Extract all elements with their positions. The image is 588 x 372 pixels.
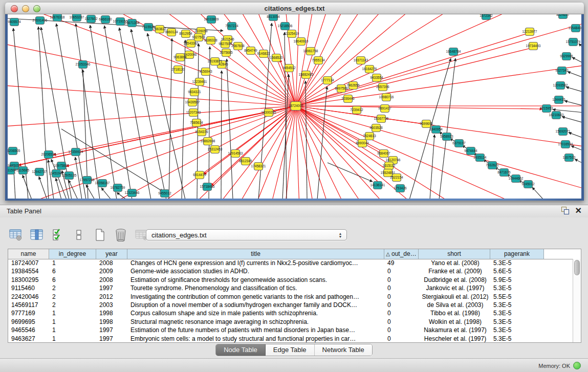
graph-node[interactable]: 10975887 [54, 162, 69, 170]
graph-node[interactable]: 16210643 [549, 112, 564, 119]
cell-title[interactable]: Disruption of a novel member of a sodium… [127, 301, 384, 309]
cell-in-degree[interactable]: 1 [49, 309, 96, 317]
graph-node[interactable]: 2522154 [390, 174, 403, 182]
close-panel-icon[interactable]: ✕ [575, 207, 582, 214]
cell-short[interactable]: de Silva et al. (2003) [419, 301, 490, 309]
graph-node[interactable]: 1568520 [270, 54, 283, 62]
graph-node[interactable]: 7932621 [486, 162, 499, 169]
citation-network-graph[interactable]: 9405574276914061287631810653287152760264… [8, 14, 581, 199]
cell-out-de-[interactable]: 49 [384, 259, 419, 267]
graph-node[interactable]: 11548408 [569, 25, 581, 32]
cell-pagerank[interactable]: 5.3E-5 [490, 301, 544, 309]
cell-name[interactable]: 18300295 [8, 276, 49, 284]
cell-year[interactable]: 2009 [96, 267, 127, 275]
cell-year[interactable]: 1997 [96, 326, 127, 334]
graph-node[interactable]: 9474444 [464, 147, 477, 155]
cell-short[interactable]: Franke et al. (2009) [419, 267, 490, 275]
table-row[interactable]: 969969511998Structural magnetic resonanc… [8, 318, 573, 326]
graph-node[interactable]: 15312453 [208, 146, 223, 154]
tab-edge-table[interactable]: Edge Table [266, 344, 315, 356]
graph-node[interactable]: 2367608 [231, 42, 245, 50]
cell-year[interactable]: 1998 [96, 309, 127, 317]
cell-out-de-[interactable]: 0 [384, 326, 419, 334]
graph-node[interactable]: 17957255 [80, 177, 95, 184]
network-window-titlebar[interactable]: citations_edges.txt [5, 3, 584, 14]
graph-node[interactable]: 18724007 [289, 102, 303, 111]
cell-in-degree[interactable]: 6 [49, 267, 96, 275]
graph-node[interactable]: 8454749 [244, 47, 257, 55]
cell-in-degree[interactable]: 2 [49, 301, 96, 309]
graph-node[interactable]: 18367736 [374, 115, 389, 123]
select-all-icon[interactable] [50, 227, 66, 243]
graph-node[interactable]: 9603528 [369, 124, 383, 132]
cell-out-de-[interactable]: 0 [384, 301, 419, 309]
graph-node[interactable]: 9860124 [165, 29, 178, 36]
cell-title[interactable]: Tourette syndrome. Phenomenology and cla… [127, 284, 384, 292]
graph-node[interactable]: 18640910 [294, 38, 309, 46]
cell-year[interactable]: 1998 [96, 318, 127, 326]
column-header-short[interactable]: short [419, 249, 490, 259]
cell-title[interactable]: Changes of HCN gene expression and I(f) … [127, 259, 384, 267]
graph-node[interactable]: 9156943 [199, 68, 212, 76]
graph-node[interactable]: 9684067 [377, 150, 390, 158]
cell-short[interactable]: Stergiakouli et al. (2012) [419, 293, 490, 301]
table-row[interactable]: 946554611997Estimation of the future num… [8, 326, 573, 334]
graph-node[interactable]: 8471676 [497, 169, 511, 177]
graph-node[interactable]: 16033809 [204, 16, 219, 24]
graph-node[interactable]: 9455012 [158, 190, 171, 198]
cell-out-de-[interactable]: 0 [384, 267, 419, 275]
graph-node[interactable]: 12914563 [228, 150, 243, 158]
graph-node[interactable]: 1244415 [552, 96, 565, 104]
cell-name[interactable]: 19384554 [8, 267, 49, 275]
column-header-in-degree[interactable]: in_degree [49, 249, 96, 259]
float-window-icon[interactable] [561, 207, 569, 214]
graph-node[interactable]: 14136141 [371, 182, 385, 189]
column-header-title[interactable]: title [127, 249, 384, 259]
cell-year[interactable]: 2003 [96, 301, 127, 309]
column-header-year[interactable]: year [96, 249, 127, 259]
graph-node[interactable]: 6379197 [452, 140, 466, 147]
table-row[interactable]: 946362711997Embryonic stem cells: a mode… [8, 335, 573, 342]
cell-title[interactable]: Corpus callosum shape and size in male p… [127, 309, 384, 317]
scrollbar-thumb[interactable] [574, 260, 580, 275]
table-row[interactable]: 977716911998Corpus callosum shape and si… [8, 309, 573, 317]
cell-name[interactable]: 18724007 [8, 259, 49, 267]
cell-pagerank[interactable]: 5.3E-5 [490, 318, 544, 326]
cell-out-de-[interactable]: 0 [384, 284, 419, 292]
table-settings-icon[interactable] [8, 227, 24, 243]
cell-pagerank[interactable]: 5.3E-5 [490, 309, 544, 317]
graph-node[interactable]: 10944662 [509, 175, 524, 183]
table-selector-dropdown[interactable]: citations_edges.txt ▲▼ [146, 229, 347, 240]
clear-selection-icon[interactable] [71, 227, 86, 243]
graph-node[interactable]: 16782759 [111, 184, 125, 192]
table-row[interactable]: 1872400712008Changes of HCN gene express… [8, 259, 573, 267]
graph-node[interactable]: 12942737 [32, 168, 47, 176]
cell-pagerank[interactable]: 5.3E-5 [490, 326, 544, 334]
cell-out-de-[interactable]: 0 [384, 276, 419, 284]
graph-node[interactable]: 9433554 [370, 74, 383, 82]
graph-node[interactable]: 7585634 [190, 119, 203, 127]
graph-node[interactable]: 1167533 [563, 154, 576, 162]
cell-in-degree[interactable]: 2 [49, 293, 96, 301]
graph-node[interactable]: 3375685 [220, 49, 233, 57]
graph-node[interactable]: 10653287 [70, 14, 84, 21]
cell-pagerank[interactable]: 5.3E-5 [490, 284, 544, 292]
graph-node[interactable]: 9454512 [282, 64, 296, 72]
cell-out-de-[interactable]: 0 [384, 335, 419, 342]
cell-pagerank[interactable]: 5.3E-5 [490, 259, 544, 267]
cell-title[interactable]: Estimation of the future numbers of pati… [127, 326, 384, 334]
graph-node[interactable]: 10371143 [354, 57, 368, 64]
cell-out-de-[interactable]: 0 [384, 318, 419, 326]
cell-short[interactable]: Hescheler et al. (1997) [419, 335, 490, 342]
cell-year[interactable]: 2008 [96, 276, 127, 284]
cell-short[interactable]: Nakamura et al. (1997) [419, 326, 490, 334]
graph-node[interactable]: 9146821 [257, 50, 270, 58]
graph-node[interactable]: 8990043 [356, 140, 369, 147]
table-scrollbar[interactable] [573, 259, 581, 342]
graph-node[interactable]: 16961758 [303, 48, 318, 55]
graph-node[interactable]: 10862698 [201, 138, 215, 145]
cell-in-degree[interactable]: 2 [49, 284, 96, 292]
graph-node[interactable]: 12093582 [553, 82, 568, 90]
graph-node[interactable]: 16648784 [446, 48, 461, 56]
table-row[interactable]: 1456911722003Disruption of a novel membe… [8, 301, 573, 309]
